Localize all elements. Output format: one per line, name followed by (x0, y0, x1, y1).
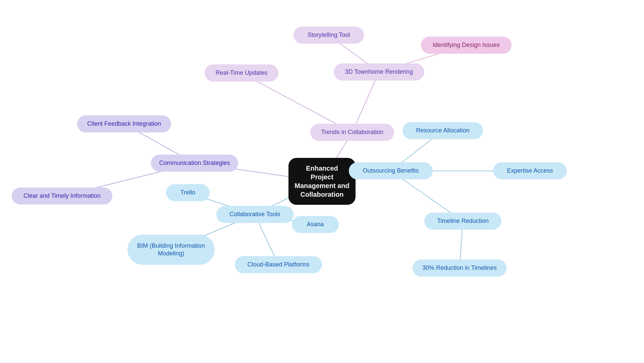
node-collaborative_tools: Collaborative Tools (216, 206, 293, 223)
mindmap-container: Enhanced Project Management and Collabor… (0, 0, 644, 363)
svg-line-5 (352, 72, 379, 132)
node-storytelling_tool: Storytelling Tool (293, 26, 364, 44)
node-bim: BIM (Building Information Modeling) (127, 235, 215, 265)
node-communication_strategies: Communication Strategies (151, 155, 238, 172)
node-3d_townhome: 3D Townhome Rendering (334, 63, 424, 80)
node-outsourcing_benefits: Outsourcing Benefits (349, 162, 433, 179)
node-resource_allocation: Resource Allocation (402, 122, 483, 139)
node-trends_collaboration: Trends in Collaboration (310, 124, 394, 141)
node-trello: Trello (166, 184, 210, 201)
node-30_reduction: 30% Reduction in Timelines (413, 259, 506, 277)
node-expertise_access: Expertise Access (493, 162, 567, 179)
node-clear_timely: Clear and Timely Information (12, 187, 112, 204)
node-center: Enhanced Project Management and Collabor… (288, 158, 356, 205)
node-identifying_design: Identifying Design Issues (421, 37, 512, 54)
node-timeline_reduction: Timeline Reduction (424, 213, 501, 230)
node-client_feedback: Client Feedback Integration (77, 115, 171, 132)
node-real_time_updates: Real-Time Updates (205, 64, 278, 81)
node-asana: Asana (292, 216, 339, 233)
node-cloud_based: Cloud-Based Platforms (235, 256, 322, 273)
